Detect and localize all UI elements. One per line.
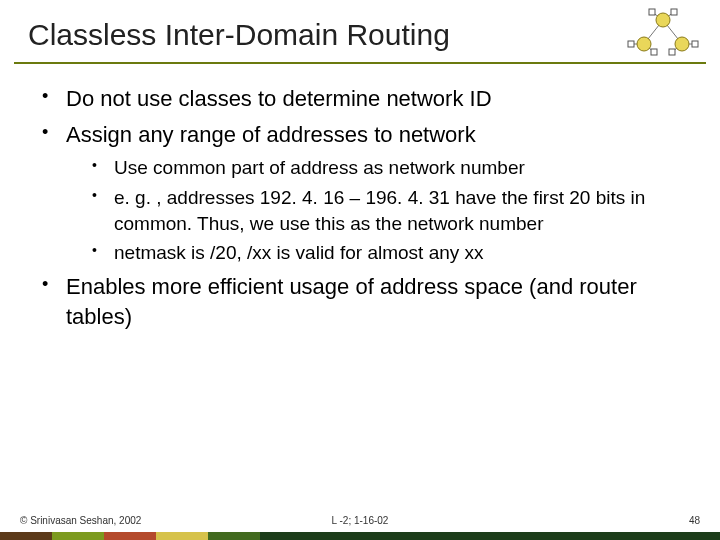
svg-rect-16 xyxy=(669,49,675,55)
svg-point-9 xyxy=(637,37,651,51)
sub-bullet: Use common part of address as network nu… xyxy=(66,155,682,181)
network-topology-icon xyxy=(624,8,702,56)
svg-point-10 xyxy=(675,37,689,51)
bullet-text: Do not use classes to determine network … xyxy=(66,86,492,111)
sub-bullet: e. g. , addresses 192. 4. 16 – 196. 4. 3… xyxy=(66,185,682,236)
bullet-text: netmask is /20, /xx is valid for almost … xyxy=(114,242,484,263)
bullet-text: Use common part of address as network nu… xyxy=(114,157,525,178)
svg-rect-15 xyxy=(692,41,698,47)
svg-rect-14 xyxy=(651,49,657,55)
svg-rect-11 xyxy=(649,9,655,15)
bullet: Do not use classes to determine network … xyxy=(36,84,682,114)
footer-stripe xyxy=(0,532,720,540)
bullet: Assign any range of addresses to network… xyxy=(36,120,682,266)
bullet: Enables more efficient usage of address … xyxy=(36,272,682,331)
svg-point-8 xyxy=(656,13,670,27)
slide-title: Classless Inter-Domain Routing xyxy=(28,18,450,52)
svg-rect-12 xyxy=(671,9,677,15)
lecture-code: L -2; 1-16-02 xyxy=(0,515,720,526)
bullet-text: Enables more efficient usage of address … xyxy=(66,274,637,329)
slide-body: Do not use classes to determine network … xyxy=(36,84,682,337)
bullet-text: e. g. , addresses 192. 4. 16 – 196. 4. 3… xyxy=(114,187,645,234)
title-rule xyxy=(14,62,706,64)
bullet-text: Assign any range of addresses to network xyxy=(66,122,476,147)
page-number: 48 xyxy=(689,515,700,526)
slide: Classless Inter-Domain Routing xyxy=(0,0,720,540)
sub-bullet: netmask is /20, /xx is valid for almost … xyxy=(66,240,682,266)
svg-rect-13 xyxy=(628,41,634,47)
